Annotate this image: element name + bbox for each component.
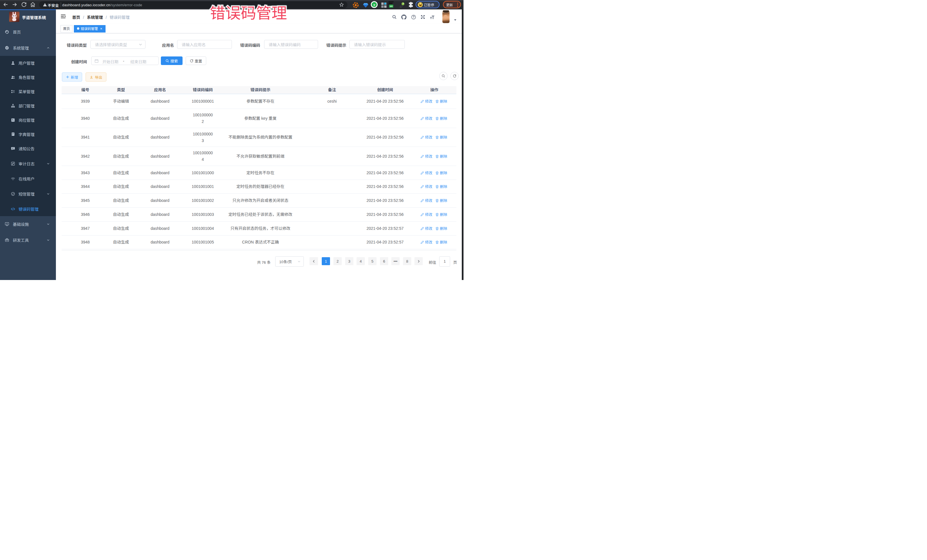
svg-text:错误码管理: 错误码管理 (210, 5, 287, 22)
